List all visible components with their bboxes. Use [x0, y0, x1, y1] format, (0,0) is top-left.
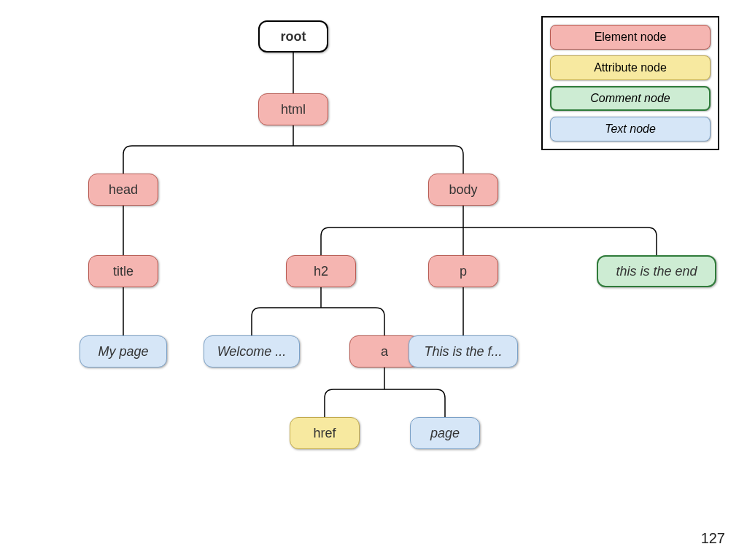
node-h2: h2 — [286, 255, 356, 287]
legend-attribute: Attribute node — [550, 55, 711, 80]
node-head: head — [88, 174, 158, 206]
legend-text: Text node — [550, 117, 711, 141]
node-text-mypage: My page — [80, 335, 167, 368]
node-text-page: page — [410, 417, 480, 449]
legend-element: Element node — [550, 25, 711, 50]
node-title: title — [88, 255, 158, 287]
legend-comment: Comment node — [550, 86, 711, 111]
node-root: root — [258, 20, 328, 52]
node-comment-end: this is the end — [597, 255, 716, 287]
node-html: html — [258, 93, 328, 125]
legend: Element node Attribute node Comment node… — [541, 16, 719, 150]
node-text-welcome: Welcome ... — [204, 335, 300, 368]
dom-tree-diagram: root html head body title h2 p this is t… — [0, 0, 747, 560]
node-body: body — [428, 174, 498, 206]
page-number: 127 — [701, 530, 725, 547]
node-attr-href: href — [290, 417, 360, 449]
node-text-thisisf: This is the f... — [409, 335, 518, 368]
node-p: p — [428, 255, 498, 287]
